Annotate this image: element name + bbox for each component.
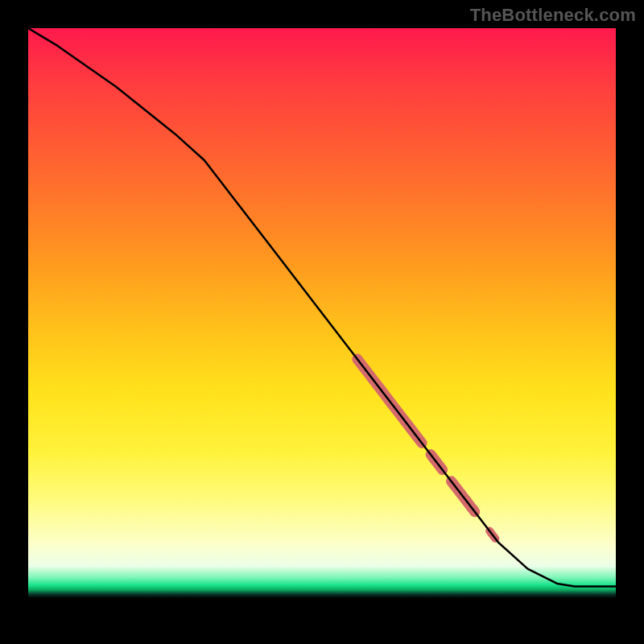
chart-highlight-segment (452, 481, 475, 512)
chart-line-path (28, 28, 616, 587)
chart-plot-area (28, 28, 616, 616)
chart-stage: TheBottleneck.com (0, 0, 644, 644)
chart-highlight-group (357, 359, 496, 539)
chart-highlight-segment (357, 359, 422, 443)
chart-highlight-segment (489, 531, 495, 539)
chart-highlight-segment (431, 455, 443, 470)
chart-overlay-svg (28, 28, 616, 616)
watermark-text: TheBottleneck.com (470, 5, 636, 26)
